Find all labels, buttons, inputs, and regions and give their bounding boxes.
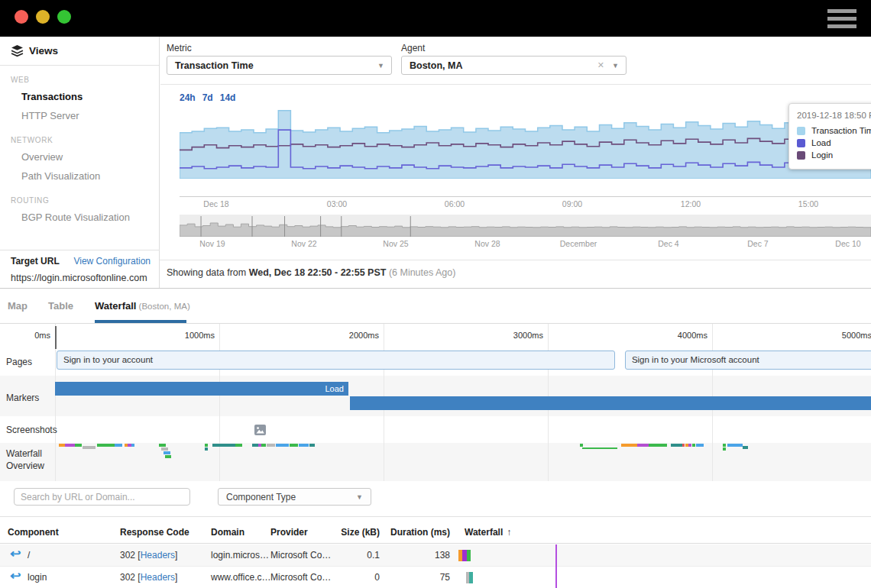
sidebar-item-path-visualization[interactable]: Path Visualization [0, 166, 159, 186]
column-header-waterfall[interactable]: Waterfall↑ [465, 527, 511, 538]
waterfall-row-label-screenshots: Screenshots [6, 424, 55, 436]
brush-axis-tick: December [560, 239, 597, 248]
column-header-duration-ms-[interactable]: Duration (ms) [374, 527, 450, 538]
timeline-brush-chart[interactable] [180, 215, 871, 237]
waterfall-row-bg [0, 443, 871, 481]
tab-waterfall[interactable]: Waterfall (Boston, MA) [95, 300, 190, 312]
column-header-provider[interactable]: Provider [270, 527, 308, 538]
cell-waterfall-bar [466, 572, 473, 583]
tab-table[interactable]: Table [48, 300, 73, 312]
cell-provider: Microsoft Co… [270, 550, 331, 561]
waterfall-row-bg [0, 416, 871, 443]
component-type-dropdown[interactable]: Component Type ▼ [218, 488, 371, 506]
x-clear-icon[interactable]: ✕ [597, 60, 604, 70]
legend-swatch [797, 127, 805, 135]
overview-request-segment [205, 444, 208, 447]
transaction-time-chart[interactable] [180, 107, 871, 179]
minimize-window-button[interactable] [36, 10, 50, 24]
sidebar-item-transactions[interactable]: Transactions [0, 87, 159, 106]
agent-label: Agent [401, 43, 425, 53]
overview-request-segment [692, 444, 695, 447]
overview-request-segment [637, 444, 649, 447]
column-header-domain[interactable]: Domain [211, 527, 244, 538]
overview-request-segment [276, 444, 289, 447]
headers-link[interactable]: Headers [141, 550, 175, 561]
overview-request-segment [83, 446, 96, 449]
timeline-zero-line [55, 326, 57, 349]
overview-request-segment [131, 444, 134, 447]
view-tabs: MapTableWaterfall (Boston, MA) [0, 288, 871, 324]
component-type-value: Component Type [226, 492, 296, 502]
status-range: Wed, Dec 18 22:50 - 22:55 PST [249, 267, 387, 278]
sidebar-nav: WEBTransactionsHTTP ServerNETWORKOvervie… [0, 65, 159, 227]
close-window-button[interactable] [15, 10, 28, 24]
marker-bar[interactable] [350, 396, 871, 410]
headers-link[interactable]: Headers [141, 572, 175, 583]
overview-request-segment [743, 446, 748, 449]
component-table-header: ComponentResponse CodeDomainProviderSize… [0, 516, 871, 544]
sidebar-item-bgp-route-visualization[interactable]: BGP Route Visualization [0, 208, 159, 227]
range-link-7d[interactable]: 7d [202, 92, 213, 103]
cell-component: login [28, 572, 47, 583]
overview-request-segment [309, 444, 315, 447]
screenshot-thumbnail-icon[interactable] [254, 425, 266, 438]
column-header-component[interactable]: Component [8, 527, 59, 538]
agent-value: Boston, MA [410, 60, 462, 71]
marker-bar[interactable]: Load [55, 382, 348, 396]
sidebar-section-label: NETWORK [0, 125, 159, 147]
overview-request-segment [65, 444, 75, 447]
range-link-24h[interactable]: 24h [180, 92, 196, 103]
tab-suffix: (Boston, MA) [136, 302, 189, 311]
overview-request-segment [621, 444, 637, 447]
waterfall-row-label-pages: Pages [6, 356, 55, 368]
waterfall-time-cursor [555, 544, 557, 588]
chart-legend-tooltip: 2019-12-18 18:50 PST Transaction TimeLoa… [788, 103, 871, 170]
cell-size: 0.1 [334, 550, 380, 561]
sidebar-item-overview[interactable]: Overview [0, 147, 159, 166]
waterfall-row-label-waterfall-overview: Waterfall Overview [6, 447, 55, 472]
x-axis-tick: 09:00 [562, 199, 582, 208]
status-ago: (6 Minutes Ago) [386, 267, 455, 278]
brush-axis-tick: Nov 25 [383, 239, 408, 248]
column-header-size-kb-[interactable]: Size (kB) [334, 527, 380, 538]
cell-provider: Microsoft Co… [270, 572, 331, 583]
legend-label: Transaction Time [811, 126, 871, 135]
cell-size: 0 [334, 572, 380, 583]
metric-dropdown[interactable]: Transaction Time ▼ [167, 56, 392, 75]
tab-map[interactable]: Map [8, 300, 28, 312]
range-link-14d[interactable]: 14d [220, 92, 236, 103]
timeline-scale-label: 1000ms [181, 331, 215, 340]
agent-dropdown[interactable]: Boston, MA ✕ ▼ [401, 56, 627, 75]
sidebar-item-http-server[interactable]: HTTP Server [0, 106, 159, 125]
waterfall-segment [467, 550, 471, 561]
legend-label: Login [811, 150, 833, 160]
search-input[interactable] [14, 488, 190, 506]
overview-request-segment [164, 451, 170, 454]
overview-request-segment [97, 444, 115, 447]
overview-request-segment [696, 444, 704, 447]
view-configuration-link[interactable]: View Configuration [73, 256, 151, 267]
waterfall-panel: 0ms1000ms2000ms3000ms4000ms5000msPagesMa… [0, 324, 871, 481]
column-header-response-code[interactable]: Response Code [120, 527, 189, 538]
brush-axis-tick: Dec 10 [835, 239, 860, 248]
table-row[interactable]: ↩login302 [Headers]www.office.c…Microsof… [0, 567, 871, 588]
x-axis-tick: 12:00 [681, 199, 701, 208]
cell-waterfall-bar [458, 550, 471, 561]
maximize-window-button[interactable] [57, 10, 71, 24]
cell-response-code: 302 [Headers] [120, 572, 177, 583]
overview-request-segment [580, 444, 583, 447]
page-bar[interactable]: Sign in to your Microsoft account [625, 351, 871, 370]
x-axis-tick: 06:00 [445, 199, 465, 208]
views-header: Views [0, 37, 159, 66]
overview-request-segment [59, 444, 65, 447]
app-window: Views WEBTransactionsHTTP ServerNETWORKO… [0, 0, 871, 588]
brush-axis-tick: Dec 4 [658, 239, 678, 248]
page-bar[interactable]: Sign in to your account [57, 351, 615, 370]
hamburger-menu-icon[interactable] [827, 9, 856, 29]
overview-request-segment [723, 447, 726, 451]
table-row[interactable]: ↩/302 [Headers]login.micros…Microsoft Co… [0, 544, 871, 567]
cell-duration: 75 [374, 572, 450, 583]
legend-label: Load [811, 138, 831, 147]
overview-request-segment [727, 444, 743, 447]
time-range-links: 24h7d14d [180, 92, 242, 103]
